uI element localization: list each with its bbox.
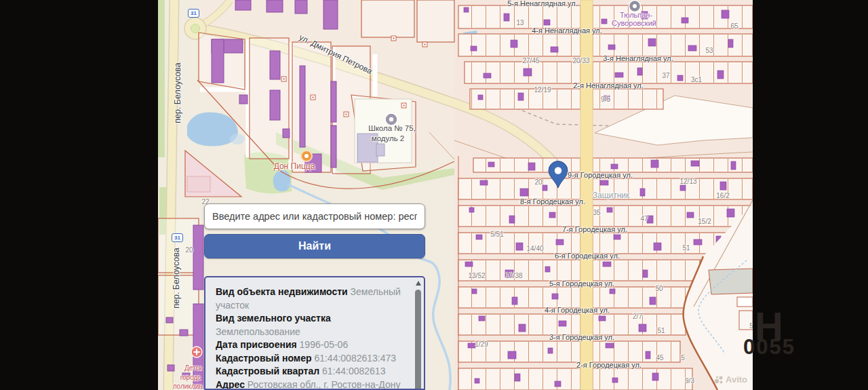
watermark-number: 0055 bbox=[743, 336, 795, 357]
info-field: Кадастровый квартал 61:44:0082613 bbox=[216, 365, 402, 378]
search-input[interactable] bbox=[204, 203, 425, 229]
green-strip bbox=[158, 0, 165, 157]
info-field: Дата присвоения 1996-05-06 bbox=[216, 338, 402, 352]
search-button[interactable]: Найти bbox=[204, 234, 425, 258]
info-field-label: Вид объекта недвижимости bbox=[216, 286, 348, 297]
info-field: Вид земельного участка Землепользование bbox=[216, 312, 402, 338]
letterbox-left bbox=[0, 0, 158, 390]
gray-parcel bbox=[709, 269, 753, 294]
inner-parcel bbox=[187, 176, 210, 192]
info-field-value: 61:44:0082613 bbox=[319, 366, 385, 376]
panel-scrollbar[interactable] bbox=[414, 279, 422, 389]
scrollbar-up-arrow[interactable] bbox=[416, 281, 421, 286]
pond-small bbox=[273, 170, 291, 191]
info-panel-content: Вид объекта недвижимости Земельный участ… bbox=[205, 277, 424, 390]
info-field-label: Дата присвоения bbox=[216, 339, 297, 350]
pizza-icon[interactable] bbox=[301, 151, 312, 161]
info-field-value: 61:44:0082613:473 bbox=[312, 353, 397, 364]
school-icon[interactable] bbox=[385, 113, 397, 125]
info-field-label: Кадастровый квартал bbox=[216, 366, 319, 376]
tulip-poi-icon[interactable] bbox=[629, 1, 641, 12]
screenshot-stage: 31 31 Avito 5-я Ненаглядная ул.4-я Ненаг… bbox=[0, 0, 868, 390]
roundabout-island bbox=[191, 24, 200, 33]
info-field: Кадастровый номер 61:44:0082613:473 bbox=[216, 352, 402, 366]
info-field-value: 1996-05-06 bbox=[297, 339, 349, 350]
info-field: Адрес Ростовская обл., г. Ростов-на-Дону bbox=[216, 378, 402, 390]
scrollbar-thumb[interactable] bbox=[415, 290, 421, 390]
info-field-label: Вид земельного участка bbox=[216, 313, 331, 324]
info-field-label: Кадастровый номер bbox=[216, 353, 312, 364]
info-field: Вид объекта недвижимости Земельный участ… bbox=[216, 286, 402, 312]
pond-faint bbox=[230, 134, 245, 144]
info-field-value: Землепользование bbox=[216, 326, 300, 337]
info-field-value: Ростовская обл., г. Ростов-на-Дону bbox=[245, 379, 401, 390]
parcel bbox=[737, 297, 753, 307]
info-panel: Вид объекта недвижимости Земельный участ… bbox=[204, 276, 425, 390]
clinic-icon[interactable] bbox=[191, 347, 202, 357]
road-yellow-vertical bbox=[580, 0, 593, 390]
info-field-label: Адрес bbox=[216, 379, 245, 390]
